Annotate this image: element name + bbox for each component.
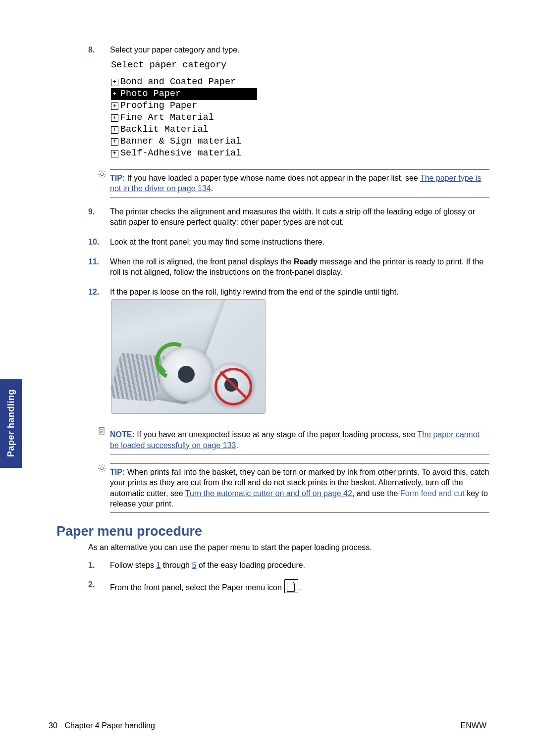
step-number: 1. xyxy=(88,560,110,571)
paper-category-item[interactable]: +Backlit Material xyxy=(111,124,257,136)
svg-line-20 xyxy=(104,465,105,466)
svg-line-8 xyxy=(99,176,100,177)
step-text: The printer checks the alignment and mea… xyxy=(110,206,489,228)
step-text: of the easy loading procedure. xyxy=(196,561,305,569)
tip-text: . xyxy=(211,184,213,193)
expand-icon[interactable]: + xyxy=(111,102,118,110)
note-label: NOTE: xyxy=(110,430,135,439)
expand-icon[interactable]: + xyxy=(111,79,118,86)
step-text: . xyxy=(299,583,301,592)
svg-point-13 xyxy=(101,467,104,470)
tip-text: , and use the xyxy=(352,489,400,498)
expand-icon[interactable]: + xyxy=(111,150,118,157)
note-icon xyxy=(98,427,106,435)
expand-icon[interactable]: + xyxy=(111,138,118,146)
heading-paper-menu-procedure: Paper menu procedure xyxy=(56,524,489,539)
tip-label: TIP: xyxy=(110,468,125,476)
prohibited-icon xyxy=(214,368,252,405)
step-12: 12. If the paper is loose on the roll, l… xyxy=(88,287,489,417)
footer-right: ENWW xyxy=(461,721,486,730)
link-step-1[interactable]: 1 xyxy=(156,561,160,569)
tip-callout: TIP: If you have loaded a paper type who… xyxy=(98,169,489,198)
svg-line-18 xyxy=(99,465,100,466)
form-feed-key: Form feed and cut xyxy=(400,489,465,498)
tip-callout: TIP: When prints fall into the basket, t… xyxy=(98,463,489,513)
paper-category-item-selected[interactable]: +Photo Paper xyxy=(111,88,257,100)
step-text: From the front panel, select the Paper m… xyxy=(110,583,284,592)
step-text: When the roll is aligned, the front pane… xyxy=(110,257,294,266)
svg-line-6 xyxy=(104,176,105,177)
step-text: Select your paper category and type. xyxy=(110,45,489,55)
tip-text: If you have loaded a paper type whose na… xyxy=(127,174,420,182)
svg-line-7 xyxy=(104,171,105,172)
chapter-label: Chapter 4 Paper handling xyxy=(64,721,155,730)
link-automatic-cutter[interactable]: Turn the automatic cutter on and off on … xyxy=(185,489,352,498)
link-step-5[interactable]: 5 xyxy=(192,561,196,569)
ready-keyword: Ready xyxy=(294,257,318,266)
paper-category-item[interactable]: +Fine Art Material xyxy=(111,112,257,124)
step-text: Look at the front panel; you may find so… xyxy=(110,237,489,248)
expand-icon[interactable]: + xyxy=(111,91,118,98)
note-text: If you have an unexpected issue at any s… xyxy=(137,430,417,439)
step-8: 8. Select your paper category and type. … xyxy=(88,45,489,160)
step-text: through xyxy=(160,561,192,569)
svg-line-5 xyxy=(99,171,100,172)
paper-category-item[interactable]: +Self-Adhesive material xyxy=(111,148,257,159)
chapter-side-tab-label: Paper handling xyxy=(6,389,16,457)
page-footer: 30 Chapter 4 Paper handling ENWW xyxy=(0,721,535,730)
step-text: Follow steps xyxy=(110,561,156,569)
paper-category-item[interactable]: +Banner & Sign material xyxy=(111,136,257,148)
svg-line-19 xyxy=(104,470,105,471)
proc-step-1: 1. Follow steps 1 through 5 of the easy … xyxy=(88,560,489,571)
svg-point-0 xyxy=(101,173,104,176)
note-text: . xyxy=(236,441,238,450)
step-number: 11. xyxy=(88,256,110,278)
page-number: 30 xyxy=(49,721,62,730)
tip-icon xyxy=(98,464,106,472)
step-9: 9. The printer checks the alignment and … xyxy=(88,206,489,228)
paper-menu-icon xyxy=(284,579,298,593)
paper-category-panel: Select paper category +Bond and Coated P… xyxy=(111,59,257,160)
step-number: 9. xyxy=(88,206,110,228)
paper-category-item[interactable]: +Bond and Coated Paper xyxy=(111,76,257,88)
expand-icon[interactable]: + xyxy=(111,126,118,134)
paper-category-title: Select paper category xyxy=(111,59,257,74)
chapter-side-tab: Paper handling xyxy=(0,379,22,468)
step-number: 12. xyxy=(88,287,110,417)
paper-category-item[interactable]: +Proofing Paper xyxy=(111,100,257,112)
proc-step-2: 2. From the front panel, select the Pape… xyxy=(88,579,489,593)
paper-category-list[interactable]: +Bond and Coated Paper +Photo Paper +Pro… xyxy=(111,76,257,160)
procedure-intro: As an alternative you can use the paper … xyxy=(88,543,489,552)
tip-label: TIP: xyxy=(110,174,125,182)
roll-rewind-illustration xyxy=(111,299,266,414)
step-number: 10. xyxy=(88,237,110,248)
step-11: 11. When the roll is aligned, the front … xyxy=(88,256,489,278)
step-number: 2. xyxy=(88,579,110,593)
svg-line-21 xyxy=(99,470,100,471)
step-10: 10. Look at the front panel; you may fin… xyxy=(88,237,489,248)
step-number: 8. xyxy=(88,45,110,160)
note-callout: NOTE: If you have an unexpected issue at… xyxy=(98,426,489,454)
expand-icon[interactable]: + xyxy=(111,114,118,122)
tip-icon xyxy=(98,170,106,178)
step-text: If the paper is loose on the roll, light… xyxy=(110,287,489,298)
